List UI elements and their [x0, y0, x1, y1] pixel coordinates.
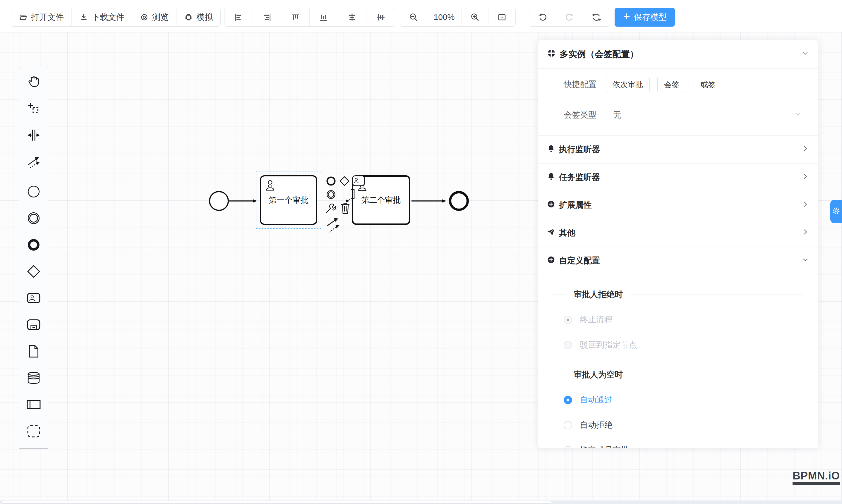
fit-viewport-button[interactable]	[489, 8, 515, 26]
simulate-label: 模拟	[196, 12, 213, 23]
chevron-down-icon	[794, 110, 802, 120]
sequential-approval-button[interactable]: 依次审批	[606, 77, 650, 92]
data-store-icon	[27, 371, 41, 386]
align-top-button[interactable]	[281, 8, 310, 26]
radio-terminate-process[interactable]: 终止流程	[564, 314, 818, 325]
sign-type-value: 无	[613, 109, 621, 121]
append-end-event-icon[interactable]	[326, 176, 337, 188]
settings-tab[interactable]	[830, 200, 842, 223]
reject-group-title: 审批人拒绝时	[552, 289, 803, 300]
trash-icon[interactable]	[340, 202, 351, 216]
chip-icon	[184, 13, 193, 22]
divider	[630, 375, 803, 375]
create-data-store[interactable]	[20, 365, 47, 392]
panel-header[interactable]: 多实例（会签配置）	[538, 40, 818, 69]
align-center-horizontal-button[interactable]	[338, 8, 366, 26]
create-user-task[interactable]	[20, 285, 47, 312]
toolbar-history-group	[529, 8, 610, 26]
save-model-label: 保存模型	[634, 12, 667, 23]
radio-auto-reject[interactable]: 自动拒绝	[564, 419, 818, 431]
align-center-vertical-icon	[376, 13, 385, 22]
preview-label: 浏览	[152, 12, 169, 23]
empty-group-title: 审批人为空时	[552, 369, 803, 380]
create-group[interactable]	[20, 418, 47, 445]
connect-icon	[27, 155, 41, 170]
align-bottom-button[interactable]	[310, 8, 338, 26]
radio-icon	[564, 421, 572, 429]
global-connect-tool[interactable]	[20, 149, 47, 176]
radio-auto-approve[interactable]: 自动通过	[564, 394, 818, 406]
bell-icon	[547, 144, 556, 155]
task-first-approval[interactable]: 第一个审批	[260, 175, 317, 225]
download-file-label: 下载文件	[92, 12, 124, 23]
toolbar-file-group: 打开文件 下载文件 浏览 模拟	[11, 8, 221, 26]
redo-button[interactable]	[556, 8, 583, 26]
group-icon	[27, 424, 41, 440]
create-gateway[interactable]	[20, 258, 47, 285]
open-file-button[interactable]: 打开文件	[11, 8, 72, 26]
download-icon	[79, 13, 88, 22]
refresh-button[interactable]	[583, 8, 610, 26]
countersign-button[interactable]: 会签	[657, 77, 686, 92]
create-data-object[interactable]	[20, 339, 47, 365]
connect-handle-icon[interactable]	[326, 216, 343, 235]
palette	[19, 67, 48, 449]
append-user-task-icon[interactable]	[352, 175, 365, 188]
section-task-listener[interactable]: 任务监听器	[538, 163, 818, 191]
end-event-icon	[27, 237, 41, 253]
create-start-event[interactable]	[20, 179, 47, 205]
toolbar-align-group	[224, 8, 395, 26]
append-text-annotation-icon[interactable]	[347, 188, 356, 202]
align-right-icon	[262, 13, 271, 22]
chevron-down-icon	[802, 256, 809, 266]
append-gateway-icon[interactable]	[339, 176, 350, 188]
section-custom-config[interactable]: 自定义配置	[538, 247, 818, 274]
toolbar: 打开文件 下载文件 浏览 模拟	[0, 0, 842, 32]
download-file-button[interactable]: 下载文件	[72, 8, 132, 26]
align-center-vertical-button[interactable]	[366, 8, 395, 26]
radio-assign-member[interactable]: 指定成员审批	[564, 445, 818, 448]
save-model-button[interactable]: 保存模型	[615, 8, 675, 26]
horizontal-scrollbar-thumb[interactable]	[2, 501, 552, 504]
subprocess-icon	[27, 317, 41, 333]
sign-type-label: 会签类型	[564, 109, 598, 121]
append-intermediate-event-icon[interactable]	[326, 189, 337, 201]
radio-icon	[564, 446, 572, 448]
hand-icon	[27, 75, 41, 90]
preview-button[interactable]: 浏览	[132, 8, 176, 26]
simulate-button[interactable]: 模拟	[176, 8, 221, 26]
context-pad	[324, 175, 371, 242]
section-other[interactable]: 其他	[538, 219, 818, 247]
folder-open-icon	[19, 13, 28, 22]
participant-icon	[27, 397, 41, 413]
eye-icon	[140, 13, 149, 22]
lasso-tool[interactable]	[20, 96, 47, 122]
gear-icon	[832, 206, 841, 216]
create-subprocess[interactable]	[20, 312, 47, 339]
chevron-down-icon	[801, 49, 809, 59]
align-left-icon	[234, 13, 243, 22]
align-right-button[interactable]	[253, 8, 281, 26]
create-participant[interactable]	[20, 392, 47, 418]
task-label: 第一个审批	[269, 195, 309, 205]
zoom-in-button[interactable]	[461, 8, 489, 26]
open-file-label: 打开文件	[31, 12, 64, 23]
section-extended-properties[interactable]: 扩展属性	[538, 191, 818, 219]
section-execution-listener[interactable]: 执行监听器	[538, 136, 818, 163]
or-sign-button[interactable]: 或签	[694, 77, 722, 92]
zoom-out-button[interactable]	[400, 8, 427, 26]
hand-tool[interactable]	[20, 69, 47, 96]
radio-return-to-node[interactable]: 驳回到指定节点	[564, 339, 818, 350]
divider	[552, 294, 566, 295]
space-tool[interactable]	[20, 122, 47, 149]
sign-type-select[interactable]: 无	[606, 106, 809, 124]
wrench-icon[interactable]	[325, 202, 337, 215]
create-end-event[interactable]	[20, 232, 47, 258]
radio-icon	[564, 316, 572, 324]
align-left-button[interactable]	[225, 8, 253, 26]
create-intermediate-event[interactable]	[20, 205, 47, 232]
panel-sections: 执行监听器 任务监听器 扩展属性	[538, 136, 818, 274]
user-task-icon	[27, 291, 41, 307]
chevron-right-icon	[802, 173, 809, 182]
undo-button[interactable]	[529, 8, 556, 26]
